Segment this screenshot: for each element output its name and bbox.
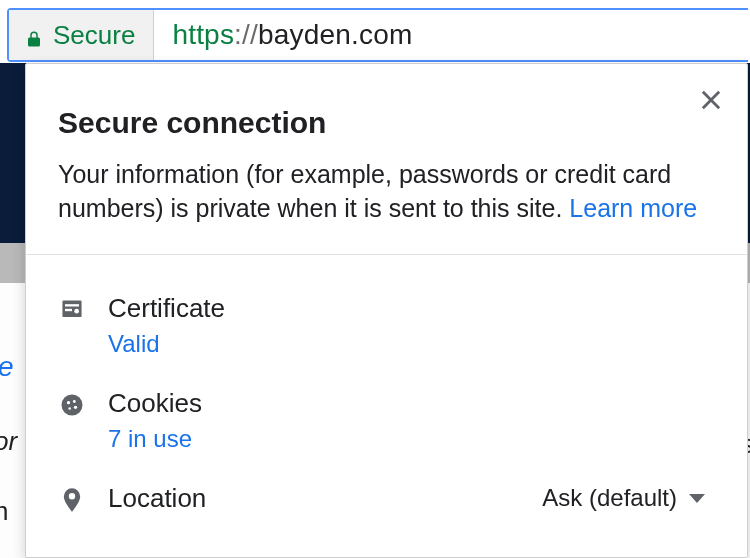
learn-more-link[interactable]: Learn more: [569, 194, 697, 222]
close-icon: [697, 100, 725, 117]
chevron-down-icon: [689, 494, 705, 503]
page-peek-text: or: [0, 426, 17, 457]
cookies-label: Cookies: [108, 388, 202, 419]
location-row[interactable]: Location Ask (default): [58, 475, 715, 536]
cookies-status[interactable]: 7 in use: [108, 425, 202, 453]
address-bar[interactable]: Secure https://bayden.com: [7, 8, 748, 62]
svg-rect-0: [63, 300, 82, 316]
certificate-row[interactable]: Certificate Valid: [58, 285, 715, 380]
certificate-icon: [58, 296, 86, 324]
location-permission-select[interactable]: Ask (default): [542, 484, 715, 512]
svg-rect-2: [65, 308, 72, 310]
popup-title: Secure connection: [58, 106, 699, 140]
page-info-popup: Secure connection Your information (for …: [25, 63, 748, 558]
url-host: bayden.com: [258, 19, 413, 51]
svg-point-6: [73, 400, 76, 403]
close-button[interactable]: [697, 86, 725, 114]
location-label: Location: [108, 483, 206, 514]
location-permission-value: Ask (default): [542, 484, 677, 512]
svg-point-4: [62, 394, 83, 415]
certificate-status[interactable]: Valid: [108, 330, 225, 358]
popup-description: Your information (for example, passwords…: [58, 158, 698, 226]
lock-icon: [25, 24, 43, 46]
url-scheme: https: [172, 19, 234, 51]
url-separator: ://: [234, 19, 258, 51]
security-chip[interactable]: Secure: [9, 10, 154, 60]
security-chip-label: Secure: [53, 20, 135, 51]
page-peek-text: h: [0, 496, 8, 527]
url-display[interactable]: https://bayden.com: [154, 10, 412, 60]
svg-rect-1: [65, 304, 79, 306]
certificate-label: Certificate: [108, 293, 225, 324]
cookies-row[interactable]: Cookies 7 in use: [58, 380, 715, 475]
location-icon: [58, 486, 86, 514]
svg-point-5: [67, 401, 70, 404]
svg-point-7: [74, 405, 77, 408]
page-peek-text: e: [0, 351, 14, 383]
svg-point-3: [74, 308, 79, 313]
cookie-icon: [58, 391, 86, 419]
svg-point-8: [68, 407, 71, 410]
